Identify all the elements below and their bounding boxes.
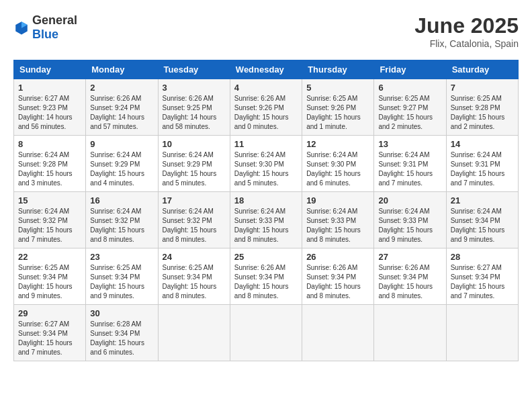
day-number: 28 [451,252,514,262]
sunrise-text: Sunrise: 6:24 AM [234,208,285,215]
table-row: 20Sunrise: 6:24 AMSunset: 9:33 PMDayligh… [374,192,446,248]
sunrise-text: Sunrise: 6:27 AM [18,95,69,102]
day-info: Sunrise: 6:25 AMSunset: 9:34 PMDaylight:… [90,263,153,301]
sunrise-text: Sunrise: 6:24 AM [163,151,214,158]
sunset-text: Sunset: 9:26 PM [306,104,356,111]
sunset-text: Sunset: 9:32 PM [163,217,212,224]
day-number: 19 [306,195,369,205]
day-number: 26 [306,252,369,262]
day-info: Sunrise: 6:26 AMSunset: 9:26 PMDaylight:… [234,94,298,132]
sunrise-text: Sunrise: 6:24 AM [90,151,141,158]
sunset-text: Sunset: 9:28 PM [18,161,68,168]
day-info: Sunrise: 6:24 AMSunset: 9:33 PMDaylight:… [378,207,441,244]
title-block: June 2025 Flix, Catalonia, Spain [414,13,519,49]
table-row: 9Sunrise: 6:24 AMSunset: 9:29 PMDaylight… [86,136,158,192]
daylight-minutes: and 58 minutes. [163,123,210,130]
day-info: Sunrise: 6:24 AMSunset: 9:30 PMDaylight:… [306,150,369,188]
table-row: 23Sunrise: 6:25 AMSunset: 9:34 PMDayligh… [86,248,158,305]
sunset-text: Sunset: 9:33 PM [234,217,284,224]
sunset-text: Sunset: 9:32 PM [18,217,68,224]
table-row: 15Sunrise: 6:24 AMSunset: 9:32 PMDayligh… [14,192,86,248]
sunset-text: Sunset: 9:31 PM [378,161,428,168]
table-row: 21Sunrise: 6:24 AMSunset: 9:34 PMDayligh… [446,192,518,248]
sunset-text: Sunset: 9:26 PM [234,104,284,111]
daylight-minutes: and 2 minutes. [378,123,423,130]
daylight-minutes: and 4 minutes. [90,179,134,187]
table-row: 3Sunrise: 6:26 AMSunset: 9:25 PMDaylight… [158,79,230,136]
daylight-minutes: and 2 minutes. [451,123,495,130]
daylight-hours: Daylight: 15 hours [90,170,144,177]
table-row [158,305,230,361]
day-number: 12 [306,139,369,149]
day-info: Sunrise: 6:26 AMSunset: 9:34 PMDaylight:… [378,263,441,301]
daylight-minutes: and 5 minutes. [163,179,207,187]
calendar-table: Sunday Monday Tuesday Wednesday Thursday… [13,60,519,361]
sunset-text: Sunset: 9:33 PM [378,217,428,224]
sunrise-text: Sunrise: 6:25 AM [378,95,429,102]
header-thursday: Thursday [302,60,374,79]
day-number: 27 [378,252,441,262]
daylight-hours: Daylight: 15 hours [451,283,505,290]
table-row: 17Sunrise: 6:24 AMSunset: 9:32 PMDayligh… [158,192,230,248]
table-row: 24Sunrise: 6:25 AMSunset: 9:34 PMDayligh… [158,248,230,305]
day-info: Sunrise: 6:26 AMSunset: 9:34 PMDaylight:… [306,263,369,301]
sunrise-text: Sunrise: 6:26 AM [306,264,357,271]
day-info: Sunrise: 6:24 AMSunset: 9:34 PMDaylight:… [451,207,514,244]
sunrise-text: Sunrise: 6:24 AM [451,151,502,158]
table-row: 1Sunrise: 6:27 AMSunset: 9:23 PMDaylight… [14,79,86,136]
table-row: 7Sunrise: 6:25 AMSunset: 9:28 PMDaylight… [446,79,518,136]
table-row: 28Sunrise: 6:27 AMSunset: 9:34 PMDayligh… [446,248,518,305]
daylight-hours: Daylight: 15 hours [234,226,289,234]
header-tuesday: Tuesday [158,60,230,79]
daylight-hours: Daylight: 15 hours [306,226,361,234]
table-row: 26Sunrise: 6:26 AMSunset: 9:34 PMDayligh… [302,248,374,305]
table-row: 29Sunrise: 6:27 AMSunset: 9:34 PMDayligh… [14,305,86,361]
table-row: 5Sunrise: 6:25 AMSunset: 9:26 PMDaylight… [302,79,374,136]
sunset-text: Sunset: 9:31 PM [451,161,500,168]
table-row: 25Sunrise: 6:26 AMSunset: 9:34 PMDayligh… [230,248,302,305]
sunrise-text: Sunrise: 6:26 AM [90,95,141,102]
sunrise-text: Sunrise: 6:28 AM [90,320,141,328]
day-info: Sunrise: 6:24 AMSunset: 9:29 PMDaylight:… [163,150,226,188]
day-info: Sunrise: 6:26 AMSunset: 9:24 PMDaylight:… [90,94,153,132]
header-friday: Friday [374,60,446,79]
day-info: Sunrise: 6:28 AMSunset: 9:34 PMDaylight:… [90,320,153,357]
sunrise-text: Sunrise: 6:24 AM [18,208,69,215]
daylight-minutes: and 57 minutes. [90,123,138,130]
day-number: 29 [18,308,81,318]
sunrise-text: Sunrise: 6:24 AM [306,151,357,158]
daylight-minutes: and 8 minutes. [306,292,351,300]
daylight-minutes: and 9 minutes. [451,236,495,243]
day-number: 5 [306,83,369,93]
day-info: Sunrise: 6:25 AMSunset: 9:28 PMDaylight:… [451,94,514,132]
daylight-minutes: and 8 minutes. [306,236,351,243]
sunrise-text: Sunrise: 6:26 AM [163,95,214,102]
daylight-minutes: and 7 minutes. [18,236,62,243]
weekday-header-row: Sunday Monday Tuesday Wednesday Thursday… [14,60,519,79]
header-saturday: Saturday [446,60,518,79]
day-number: 10 [163,139,226,149]
sunset-text: Sunset: 9:27 PM [378,104,428,111]
sunrise-text: Sunrise: 6:24 AM [306,208,357,215]
daylight-hours: Daylight: 15 hours [378,283,433,290]
sunrise-text: Sunrise: 6:25 AM [451,95,502,102]
daylight-hours: Daylight: 15 hours [18,283,73,290]
daylight-hours: Daylight: 15 hours [378,170,433,177]
daylight-hours: Daylight: 15 hours [163,170,217,177]
logo: General Blue [13,13,77,42]
day-number: 24 [163,252,226,262]
sunset-text: Sunset: 9:29 PM [90,161,140,168]
table-row: 4Sunrise: 6:26 AMSunset: 9:26 PMDaylight… [230,79,302,136]
day-number: 2 [90,83,153,93]
day-number: 18 [234,195,298,205]
day-number: 3 [163,83,226,93]
daylight-minutes: and 8 minutes. [163,236,207,243]
header-wednesday: Wednesday [230,60,302,79]
daylight-minutes: and 8 minutes. [234,236,279,243]
sunrise-text: Sunrise: 6:27 AM [18,320,69,328]
day-info: Sunrise: 6:26 AMSunset: 9:34 PMDaylight:… [234,263,298,301]
sunset-text: Sunset: 9:34 PM [18,273,68,281]
daylight-hours: Daylight: 15 hours [306,283,361,290]
daylight-hours: Daylight: 15 hours [306,170,361,177]
day-info: Sunrise: 6:27 AMSunset: 9:34 PMDaylight:… [451,263,514,301]
